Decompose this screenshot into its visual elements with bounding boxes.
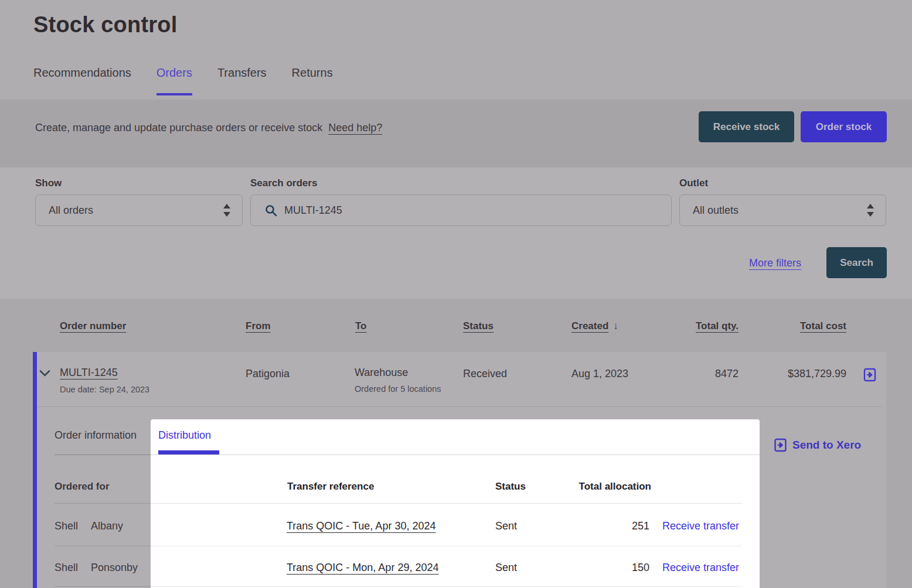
column-header-total-cost[interactable]: Total cost [800,320,846,332]
show-select-value: All orders [36,204,93,217]
column-header-created[interactable]: Created [571,320,608,332]
dist-row-divider [55,546,151,546]
dist-row-divider [55,586,151,587]
dist-row-outlet: Albany [91,520,123,533]
order-due-date: Due date: Sep 24, 2023 [60,385,149,395]
sort-descending-icon: ↓ [613,320,618,332]
column-header-total-qty[interactable]: Total qty. [696,320,739,332]
search-button[interactable]: Search [826,247,887,278]
more-filters-link[interactable]: More filters [749,257,801,270]
dist-column-ordered-for: Ordered for [55,481,110,493]
panel-tabs-divider [151,454,760,455]
dist-row-status: Sent [495,562,517,575]
receive-transfer-link[interactable]: Receive transfer [662,520,739,533]
need-help-link[interactable]: Need help? [328,122,382,135]
column-header-order-number[interactable]: Order number [60,320,126,332]
dist-row-retailer: Shell [55,562,78,575]
select-spinner-icon [223,204,230,217]
outlet-select-value: All outlets [680,204,739,217]
transfer-reference-link[interactable]: Trans QOIC - Mon, Apr 29, 2024 [287,562,438,575]
search-icon [251,204,283,217]
order-to: Warehouse [355,367,408,380]
dist-row-total-allocation: 251 [632,520,649,533]
column-header-to[interactable]: To [355,320,367,332]
dist-row-outlet: Ponsonby [91,562,138,575]
outlet-select[interactable]: All outlets [679,194,886,226]
tab-order-information[interactable]: Order information [55,429,137,442]
dist-header-divider [55,503,151,504]
transfer-reference-link[interactable]: Trans QOIC - Tue, Apr 30, 2024 [287,520,435,533]
outlet-filter-label: Outlet [679,177,708,189]
send-order-icon[interactable] [863,368,876,382]
dist-row-status: Sent [495,520,517,533]
dist-column-transfer-reference: Transfer reference [287,481,374,493]
page-title: Stock control [33,12,177,39]
receive-transfer-link[interactable]: Receive transfer [662,562,739,575]
dist-column-total-allocation: Total allocation [579,481,651,493]
banner-description: Create, manage and update purchase order… [35,122,322,135]
select-spinner-icon [867,204,874,217]
show-filter-label: Show [35,177,62,189]
send-to-xero-link[interactable]: Send to Xero [792,439,861,452]
dist-row-divider [151,586,742,587]
dist-column-status: Status [495,481,526,493]
main-tabs: Recommendations Orders Transfers Returns [33,66,333,95]
show-select[interactable]: All orders [35,194,243,226]
distribution-tab-underline [158,450,219,454]
dist-row-divider [151,546,742,546]
order-from: Patigonia [246,368,290,381]
tab-distribution[interactable]: Distribution [158,429,211,442]
order-total-cost: $381,729.99 [788,368,846,381]
order-stock-button[interactable]: Order stock [801,111,887,142]
tab-transfers[interactable]: Transfers [217,66,267,93]
dist-header-divider [151,503,742,504]
order-total-qty: 8472 [715,368,739,381]
order-status: Received [463,368,507,381]
order-to-locations: Ordered for 5 locations [355,384,441,394]
stock-control-page: Stock control Recommendations Orders Tra… [0,0,912,588]
column-header-from[interactable]: From [246,320,271,332]
tab-returns[interactable]: Returns [292,66,333,93]
search-orders-input[interactable] [283,204,637,217]
dist-row-retailer: Shell [55,520,78,533]
dist-row-total-allocation: 150 [632,562,649,575]
panel-tabs-divider [55,454,151,455]
send-to-xero-icon[interactable] [774,438,787,452]
order-row-divider [37,406,882,407]
order-created: Aug 1, 2023 [571,368,628,381]
search-orders-label: Search orders [250,177,317,189]
tab-orders[interactable]: Orders [156,66,192,95]
column-header-status[interactable]: Status [463,320,494,332]
order-number-link[interactable]: MULTI-1245 [60,367,118,380]
search-orders-field[interactable] [250,194,672,226]
chevron-down-icon[interactable] [39,370,50,377]
tab-recommendations[interactable]: Recommendations [33,66,131,93]
receive-stock-button[interactable]: Receive stock [699,111,794,142]
filter-section-background [0,167,912,299]
